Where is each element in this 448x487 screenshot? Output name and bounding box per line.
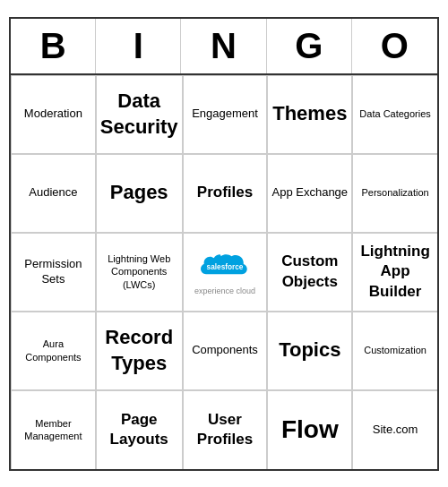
bingo-cell-11: Lightning Web Components (LWCs)	[96, 233, 183, 312]
bingo-cell-3: Themes	[267, 75, 352, 154]
cell-label-0: Moderation	[24, 107, 82, 122]
cell-label-2: Engagement	[192, 107, 258, 122]
bingo-cell-9: Personalization	[352, 154, 437, 233]
bingo-cell-13: Custom Objects	[267, 233, 352, 312]
bingo-cell-0: Moderation	[11, 75, 96, 154]
cell-label-4: Data Categories	[359, 107, 431, 120]
cell-label-22: User Profiles	[187, 410, 263, 449]
bingo-cell-14: Lightning App Builder	[352, 233, 437, 312]
bingo-cell-20: Member Management	[11, 390, 96, 469]
bingo-cell-24: Site.com	[352, 390, 437, 469]
letter-n: N	[181, 19, 266, 73]
bingo-cell-23: Flow	[267, 390, 352, 469]
bingo-cell-8: App Exchange	[267, 154, 352, 233]
cell-label-8: App Exchange	[272, 185, 349, 201]
bingo-cell-1: Data Security	[96, 75, 183, 154]
cell-label-16: Record Types	[100, 325, 178, 376]
bingo-cell-21: Page Layouts	[96, 390, 183, 469]
svg-text:salesforce: salesforce	[207, 262, 244, 270]
cell-label-5: Audience	[29, 185, 77, 201]
bingo-cell-15: Aura Components	[11, 312, 96, 390]
bingo-header: B I N G O	[11, 19, 437, 75]
cell-label-9: Personalization	[361, 186, 428, 199]
cell-label-17: Components	[192, 343, 258, 358]
cell-label-19: Customization	[364, 344, 426, 356]
bingo-cell-12: salesforce experience cloud	[183, 233, 268, 312]
cell-label-21: Page Layouts	[100, 410, 178, 449]
bingo-cell-7: Profiles	[183, 154, 268, 233]
cell-label-1: Data Security	[100, 89, 178, 140]
bingo-cell-10: Permission Sets	[11, 233, 96, 312]
bingo-cell-4: Data Categories	[352, 75, 437, 154]
bingo-cell-19: Customization	[352, 312, 437, 390]
bingo-cell-18: Topics	[267, 312, 352, 390]
cell-label-11: Lightning Web Components (LWCs)	[100, 252, 178, 291]
letter-o: O	[352, 19, 437, 73]
letter-b: B	[11, 19, 96, 73]
salesforce-logo: salesforce experience cloud	[194, 249, 255, 295]
letter-g: G	[267, 19, 352, 73]
sf-subtext: experience cloud	[194, 286, 255, 295]
bingo-grid: ModerationData SecurityEngagementThemesD…	[11, 75, 437, 469]
bingo-cell-2: Engagement	[183, 75, 268, 154]
bingo-cell-5: Audience	[11, 154, 96, 233]
cell-label-3: Themes	[272, 101, 347, 127]
bingo-card: B I N G O ModerationData SecurityEngagem…	[9, 17, 439, 471]
cell-label-23: Flow	[281, 414, 339, 446]
cell-label-14: Lightning App Builder	[357, 242, 434, 301]
letter-i: I	[96, 19, 181, 73]
bingo-cell-17: Components	[183, 312, 268, 390]
bingo-cell-6: Pages	[96, 154, 183, 233]
cell-label-15: Aura Components	[15, 337, 91, 363]
bingo-cell-16: Record Types	[96, 312, 183, 390]
cell-label-10: Permission Sets	[15, 257, 91, 287]
cell-label-20: Member Management	[15, 417, 91, 443]
cell-label-18: Topics	[279, 337, 340, 363]
bingo-cell-22: User Profiles	[183, 390, 268, 469]
cell-label-7: Profiles	[197, 183, 253, 202]
cell-label-6: Pages	[110, 180, 168, 206]
cell-label-13: Custom Objects	[271, 252, 348, 291]
cell-label-24: Site.com	[373, 423, 418, 438]
